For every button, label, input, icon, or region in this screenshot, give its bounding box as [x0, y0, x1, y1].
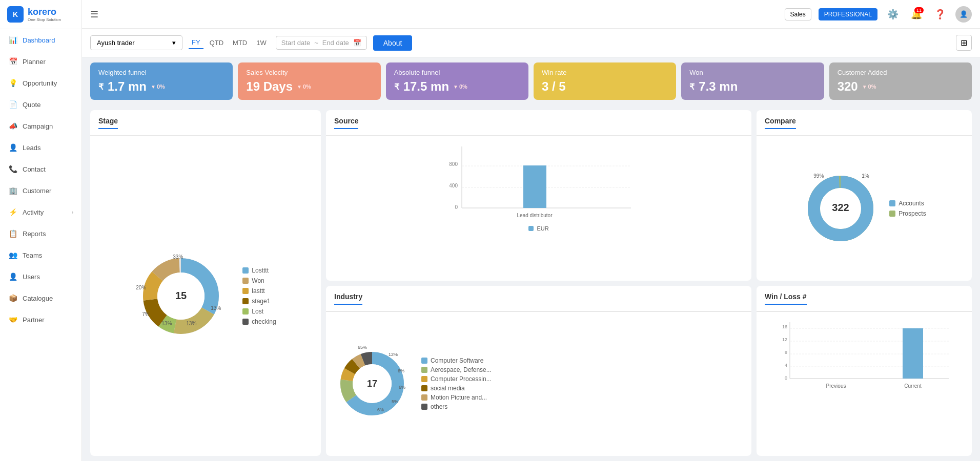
sidebar-item-quote[interactable]: 📄 Quote [0, 94, 81, 115]
period-mtd[interactable]: MTD [230, 36, 250, 49]
sidebar-item-planner[interactable]: 📅 Planner [0, 51, 81, 72]
metric-title-won: Won [689, 69, 815, 76]
compare-panel: Compare 322 9 [757, 110, 972, 281]
sidebar-nav: 📊 Dashboard 📅 Planner 💡 Opportunity 📄 Qu… [0, 29, 81, 330]
period-fy[interactable]: FY [189, 36, 203, 49]
winloss-title: Win / Loss # [765, 292, 807, 305]
sidebar-item-reports[interactable]: 📋 Reports [0, 223, 81, 244]
sidebar-item-teams[interactable]: 👥 Teams [0, 244, 81, 266]
sidebar-item-dashboard[interactable]: 📊 Dashboard [0, 29, 81, 51]
metric-card-win_rate: Win rate 3 / 5 [534, 62, 676, 100]
logo-tagline: One Stop Solution [28, 17, 61, 22]
users-icon: 👤 [8, 272, 17, 281]
date-range[interactable]: Start date ~ End date 📅 [276, 36, 367, 50]
trader-label: Ayush trader [97, 39, 134, 47]
sidebar-item-users[interactable]: 👤 Users [0, 266, 81, 287]
sidebar-item-catalogue[interactable]: 📦 Catalogue [0, 287, 81, 309]
partner-icon: 🤝 [8, 315, 17, 324]
metric-value-row-weighted_funnel: ₹ 1.7 mn ▼ 0% [98, 79, 224, 94]
sidebar-label-customer: Customer [23, 187, 73, 195]
industry-donut-svg: 17 [331, 343, 413, 425]
contact-icon: 📞 [8, 164, 17, 174]
arrow-down-icon: ▼ [151, 84, 156, 90]
sales-button[interactable]: Sales [785, 8, 811, 20]
sidebar-item-leads[interactable]: 👤 Leads [0, 137, 81, 158]
metric-change-value-customer_added: 0% [868, 83, 876, 90]
industry-panel: Industry [326, 286, 751, 456]
metric-currency-absolute_funnel: ₹ [394, 82, 399, 92]
logo-text: korero One Stop Solution [28, 7, 61, 22]
header-left: ☰ [90, 9, 98, 20]
sidebar-label-dashboard: Dashboard [23, 36, 73, 44]
industry-legend: Computer Software Aerospace, Defense... … [421, 357, 492, 410]
period-1w[interactable]: 1W [253, 36, 270, 49]
catalogue-icon: 📦 [8, 294, 17, 303]
activity-icon: ⚡ [8, 207, 17, 217]
industry-body: 17 65% 12% 6% 6% 5% 6% Computer Software [326, 312, 751, 456]
end-date-label: End date [322, 39, 349, 47]
about-button[interactable]: About [373, 35, 413, 51]
metric-value-weighted_funnel: 1.7 mn [108, 79, 147, 94]
winloss-panel: Win / Loss # 0 4 8 12 16 [757, 286, 972, 456]
planner-icon: 📅 [8, 57, 17, 66]
metric-value-row-win_rate: 3 / 5 [542, 79, 668, 94]
start-date-label: Start date [281, 39, 310, 47]
stage-donut: 15 33% 20% 7% 13% 13% 13% [135, 250, 227, 342]
svg-text:15: 15 [175, 290, 187, 301]
logo-name: korero [28, 7, 61, 17]
svg-text:800: 800 [449, 161, 458, 167]
settings-icon[interactable]: ⚙️ [885, 6, 901, 23]
sidebar-label-teams: Teams [23, 252, 73, 259]
svg-rect-16 [523, 165, 546, 208]
compare-donut-svg: 322 [802, 170, 879, 247]
main-content: ☰ Sales PROFESSIONAL ⚙️ 🔔 11 ❓ 👤 Ayush t… [82, 0, 980, 461]
period-qtd[interactable]: QTD [207, 36, 227, 49]
compare-donut: 322 99% 1% [802, 170, 879, 247]
metric-value-row-customer_added: 320 ▼ 0% [838, 79, 964, 94]
notifications-icon[interactable]: 🔔 11 [908, 6, 925, 23]
sidebar-item-partner[interactable]: 🤝 Partner [0, 309, 81, 330]
metric-card-weighted_funnel: Weighted funnel ₹ 1.7 mn ▼ 0% [90, 62, 233, 100]
sidebar-label-reports: Reports [23, 230, 73, 238]
source-chart-svg: 0 400 800 Lead distributor [331, 141, 746, 223]
compare-header: Compare [757, 110, 972, 136]
metric-title-absolute_funnel: Absolute funnel [394, 69, 520, 76]
sidebar-label-campaign: Campaign [23, 122, 73, 130]
source-header: Source [326, 110, 751, 136]
logo-icon: K [7, 6, 24, 23]
winloss-chart-svg: 0 4 8 12 16 [762, 317, 967, 394]
metric-change-value-sales_velocity: 0% [303, 83, 311, 90]
metric-change-customer_added: ▼ 0% [862, 83, 876, 90]
arrow-down-icon: ▼ [453, 84, 458, 90]
metric-currency-won: ₹ [689, 82, 695, 92]
metric-card-won: Won ₹ 7.3 mn [681, 62, 824, 100]
help-icon[interactable]: ❓ [932, 6, 948, 23]
svg-text:0: 0 [455, 204, 458, 210]
professional-button[interactable]: PROFESSIONAL [819, 8, 877, 20]
arrow-down-icon: ▼ [297, 84, 302, 90]
trader-select[interactable]: Ayush trader ▾ [90, 35, 182, 50]
avatar[interactable]: 👤 [955, 6, 972, 23]
metric-value-row-sales_velocity: 19 Days ▼ 0% [246, 79, 372, 94]
filter-bar: Ayush trader ▾ FY QTD MTD 1W Start date … [82, 29, 980, 57]
dashboard-icon: 📊 [8, 35, 17, 45]
quote-icon: 📄 [8, 100, 17, 109]
opportunity-icon: 💡 [8, 78, 17, 88]
hamburger-icon[interactable]: ☰ [90, 9, 98, 20]
compare-chart-area: 322 99% 1% Accounts Prospects [762, 141, 967, 276]
stage-chart-area: 15 33% 20% 7% 13% 13% 13% Lostttt Won la… [95, 141, 316, 451]
metric-card-sales_velocity: Sales Velocity 19 Days ▼ 0% [238, 62, 380, 100]
svg-text:4: 4 [785, 363, 787, 368]
metric-card-absolute_funnel: Absolute funnel ₹ 17.5 mn ▼ 0% [386, 62, 528, 100]
sidebar-item-opportunity[interactable]: 💡 Opportunity [0, 72, 81, 94]
source-legend-label: EUR [537, 225, 548, 232]
sidebar-item-contact[interactable]: 📞 Contact [0, 158, 81, 180]
right-panels: Compare 322 9 [757, 110, 972, 456]
expand-icon[interactable]: ⊞ [956, 35, 972, 51]
sidebar-item-activity[interactable]: ⚡ Activity › [0, 201, 81, 223]
industry-header: Industry [326, 286, 751, 312]
arrow-down-icon: ▼ [862, 84, 867, 90]
sidebar-item-customer[interactable]: 🏢 Customer [0, 180, 81, 201]
sidebar-item-campaign[interactable]: 📣 Campaign [0, 115, 81, 137]
sidebar: K korero One Stop Solution 📊 Dashboard 📅… [0, 0, 82, 461]
